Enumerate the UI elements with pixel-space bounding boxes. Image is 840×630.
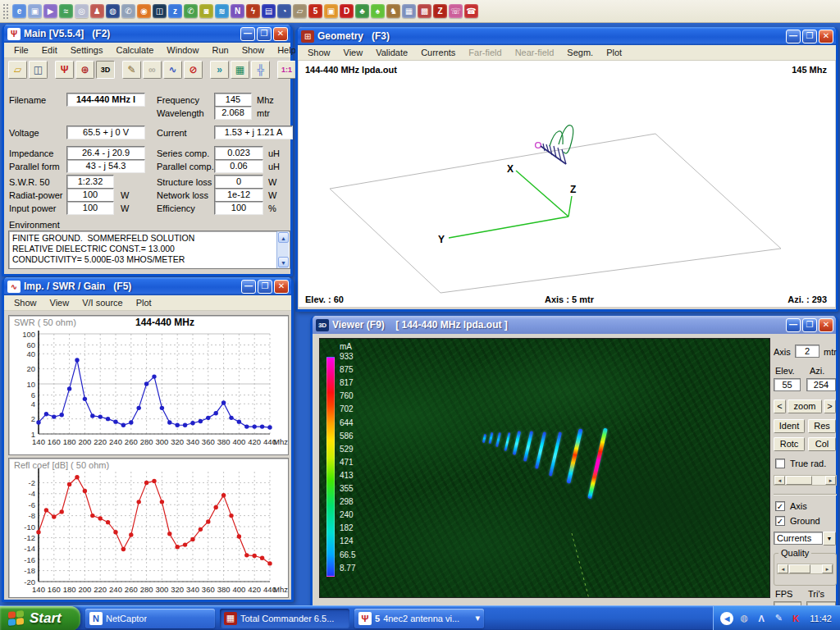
structure-loss-field[interactable]: 0 [214, 175, 263, 189]
scrollbar-thumb[interactable] [786, 476, 812, 485]
swr-field[interactable]: 1:2.32 [66, 175, 114, 189]
impedance-field[interactable]: 26.4 - j 20.9 [66, 146, 145, 160]
menu-item-show[interactable]: Show [301, 46, 337, 60]
ferrite-icon[interactable]: ⊕ [75, 61, 94, 79]
folder-app-icon[interactable]: ▱ [293, 4, 307, 18]
menu-item-currents[interactable]: Currents [414, 46, 462, 60]
start-button[interactable]: Start [0, 606, 80, 630]
menu-item-file[interactable]: File [7, 43, 35, 57]
3d-view-icon[interactable]: 3D [96, 61, 115, 79]
drag-handle[interactable] [2, 3, 9, 20]
environment-scrollbar[interactable]: ▲ ▼ [276, 231, 289, 268]
viewer-3d-viewport[interactable]: mA 9338758177607026445865294714133552982… [319, 338, 770, 598]
menu-item-calculate[interactable]: Calculate [109, 43, 160, 57]
thunderbird-icon[interactable]: ≈ [59, 4, 73, 18]
menu-item-v-i-source[interactable]: V/I source [75, 296, 130, 310]
five-red-icon[interactable]: 5 [308, 4, 322, 18]
menu-item-run[interactable]: Run [205, 43, 235, 57]
antenna-icon[interactable]: Ψ [55, 61, 74, 79]
task-button-netcaptor[interactable]: NNetCaptor [85, 609, 215, 628]
scroll-left-icon[interactable]: ◄ [774, 476, 785, 485]
menu-item-settings[interactable]: Settings [64, 43, 110, 57]
penguin-panel-icon[interactable]: ◫ [153, 4, 167, 18]
media-player-icon[interactable]: ▶ [43, 4, 57, 18]
zd-app-icon[interactable]: z [168, 4, 182, 18]
maximize-button[interactable]: ❐ [257, 27, 272, 41]
netscape-icon[interactable]: N [231, 4, 244, 18]
red-dialer-icon[interactable]: ☎ [464, 4, 478, 18]
menu-item-show[interactable]: Show [7, 296, 43, 310]
ident-button[interactable]: Ident [774, 419, 805, 433]
radiat-field[interactable]: 100 [66, 188, 114, 202]
frequency-field[interactable]: 145 [214, 93, 252, 107]
close-button[interactable]: ✕ [819, 30, 833, 43]
efficiency-field[interactable]: 100 [214, 201, 263, 215]
cd-burn-icon[interactable]: ◎ [75, 4, 89, 18]
kaspersky-icon[interactable]: K [789, 612, 802, 625]
axis-length-input[interactable]: 2 [795, 345, 819, 358]
close-button[interactable]: ✕ [273, 27, 288, 41]
wavelength-field[interactable]: 2.068 [214, 106, 252, 120]
zoom-out-button[interactable]: < [774, 399, 786, 413]
col-button[interactable]: Col [808, 437, 836, 451]
minimize-button[interactable]: — [240, 27, 255, 41]
menu-item-validate[interactable]: Validate [369, 46, 414, 60]
gnu-icon[interactable]: ♞ [386, 4, 400, 18]
ie-document-icon[interactable]: e [12, 4, 26, 18]
axis-checkbox[interactable]: ✓ [775, 501, 785, 511]
tree-icon[interactable]: ♣ [355, 4, 369, 18]
filezilla-icon[interactable]: Z [433, 4, 447, 18]
parallel-form-field[interactable]: 43 - j 54.3 [66, 159, 145, 173]
maximize-button[interactable]: ❐ [258, 280, 272, 294]
minimize-button[interactable]: — [786, 30, 801, 43]
parallel-comp-field[interactable]: 0.06 [214, 159, 263, 173]
one-to-one-icon[interactable]: 1:1 [277, 61, 296, 79]
geometry-titlebar[interactable]: ⊞ Geometry (F3) — ❐ ✕ [298, 27, 836, 45]
scroll-down-icon[interactable]: ▼ [278, 257, 289, 267]
menu-item-window[interactable]: Window [160, 43, 205, 57]
hide-icons-chevron-icon[interactable]: ◄ [720, 612, 733, 625]
optimizer-icon[interactable]: » [210, 61, 229, 79]
red-d-icon[interactable]: D [340, 4, 354, 18]
zoom-in-button[interactable]: > [824, 399, 836, 413]
menu-item-view[interactable]: View [337, 46, 370, 60]
acrobat-icon[interactable]: Λ [755, 612, 768, 625]
quality-thumb[interactable] [789, 564, 810, 573]
minimize-button[interactable]: — [786, 318, 801, 332]
network-globe-icon[interactable]: ◍ [737, 612, 751, 625]
res-button[interactable]: Res [808, 419, 836, 433]
environment-text[interactable]: FINITE GROUND. SOMMERFELD SOLUTION RELAT… [8, 231, 290, 269]
edit-icon[interactable]: ✎ [122, 61, 141, 79]
scroll-up-icon[interactable]: ▲ [278, 232, 289, 243]
input-power-field[interactable]: 100 [66, 201, 114, 215]
rotation-scrollbar[interactable]: ◄ ► [774, 475, 837, 486]
maximize-button[interactable]: ❐ [802, 30, 817, 43]
calculator-icon[interactable]: ▦ [231, 61, 249, 79]
task-group-dropdown-icon[interactable]: ▾ [475, 613, 480, 623]
main-titlebar[interactable]: Ψ Main [V5.5.4] (F2) — ❐ ✕ [4, 25, 290, 43]
pen-tablet-icon[interactable]: ✎ [772, 612, 785, 625]
display-mode-select[interactable]: Currents [774, 532, 823, 545]
green-leaf-icon[interactable]: ♠ [371, 4, 385, 18]
menu-item-view[interactable]: View [43, 296, 76, 310]
my-computer-icon[interactable]: ▣ [28, 4, 42, 18]
open-file-icon[interactable]: ▱ [8, 61, 27, 79]
display-mode-dropdown-icon[interactable]: ▼ [823, 532, 836, 546]
zoom-button[interactable]: zoom [788, 399, 822, 413]
quality-left-icon[interactable]: ◄ [778, 564, 788, 573]
red-lizard-icon[interactable]: ϟ [246, 4, 260, 18]
viewer-titlebar[interactable]: 3D Viewer (F9) [ 144-440 MHz lpda.out ] … [313, 316, 836, 334]
blue-bird-icon[interactable]: ≋ [215, 4, 229, 18]
red-matrix-icon[interactable]: ▩ [418, 4, 431, 18]
series-comp-field[interactable]: 0.023 [214, 146, 263, 160]
task-button-total-commander-6-5-[interactable]: ▦Total Commander 6.5... [220, 609, 349, 628]
azi-input[interactable]: 254 [806, 378, 836, 391]
ground-checkbox[interactable]: ✓ [775, 516, 785, 526]
dark-globe-icon[interactable]: ◍ [106, 4, 120, 18]
menu-item-edit[interactable]: Edit [35, 43, 64, 57]
orange-box-icon[interactable]: ▣ [324, 4, 338, 18]
remote-pc-icon[interactable]: ▦ [402, 4, 416, 18]
maximize-button[interactable]: ❐ [802, 318, 817, 332]
olive-box-icon[interactable]: ◙ [199, 4, 213, 18]
center-icon[interactable]: ╬ [251, 61, 270, 79]
